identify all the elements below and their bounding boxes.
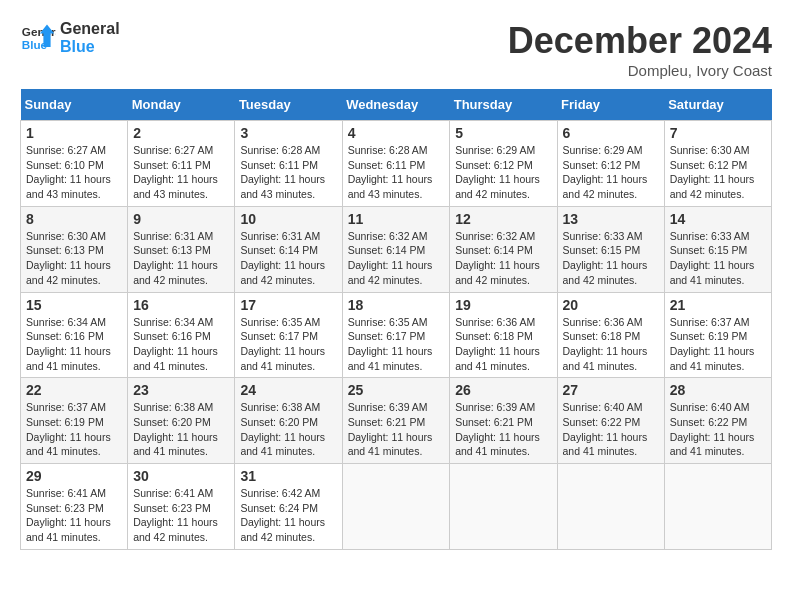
day-number: 24 — [240, 382, 336, 398]
day-info: Sunrise: 6:29 AMSunset: 6:12 PMDaylight:… — [455, 143, 551, 202]
calendar-week-3: 15Sunrise: 6:34 AMSunset: 6:16 PMDayligh… — [21, 292, 772, 378]
day-info: Sunrise: 6:39 AMSunset: 6:21 PMDaylight:… — [348, 400, 445, 459]
day-number: 26 — [455, 382, 551, 398]
calendar-cell: 21Sunrise: 6:37 AMSunset: 6:19 PMDayligh… — [664, 292, 771, 378]
calendar-cell — [450, 464, 557, 550]
day-info: Sunrise: 6:33 AMSunset: 6:15 PMDaylight:… — [670, 229, 766, 288]
day-info: Sunrise: 6:28 AMSunset: 6:11 PMDaylight:… — [348, 143, 445, 202]
day-number: 5 — [455, 125, 551, 141]
day-info: Sunrise: 6:27 AMSunset: 6:11 PMDaylight:… — [133, 143, 229, 202]
logo-general: General — [60, 20, 120, 38]
day-info: Sunrise: 6:37 AMSunset: 6:19 PMDaylight:… — [670, 315, 766, 374]
day-number: 14 — [670, 211, 766, 227]
day-info: Sunrise: 6:32 AMSunset: 6:14 PMDaylight:… — [455, 229, 551, 288]
calendar-cell: 25Sunrise: 6:39 AMSunset: 6:21 PMDayligh… — [342, 378, 450, 464]
day-info: Sunrise: 6:42 AMSunset: 6:24 PMDaylight:… — [240, 486, 336, 545]
location: Dompleu, Ivory Coast — [508, 62, 772, 79]
calendar-cell: 17Sunrise: 6:35 AMSunset: 6:17 PMDayligh… — [235, 292, 342, 378]
day-info: Sunrise: 6:28 AMSunset: 6:11 PMDaylight:… — [240, 143, 336, 202]
day-number: 23 — [133, 382, 229, 398]
calendar-cell: 16Sunrise: 6:34 AMSunset: 6:16 PMDayligh… — [128, 292, 235, 378]
calendar-cell: 29Sunrise: 6:41 AMSunset: 6:23 PMDayligh… — [21, 464, 128, 550]
calendar-weekday-wednesday: Wednesday — [342, 89, 450, 121]
day-info: Sunrise: 6:35 AMSunset: 6:17 PMDaylight:… — [348, 315, 445, 374]
day-number: 29 — [26, 468, 122, 484]
day-number: 4 — [348, 125, 445, 141]
day-info: Sunrise: 6:34 AMSunset: 6:16 PMDaylight:… — [133, 315, 229, 374]
day-number: 22 — [26, 382, 122, 398]
calendar-cell: 23Sunrise: 6:38 AMSunset: 6:20 PMDayligh… — [128, 378, 235, 464]
calendar-cell: 20Sunrise: 6:36 AMSunset: 6:18 PMDayligh… — [557, 292, 664, 378]
day-info: Sunrise: 6:38 AMSunset: 6:20 PMDaylight:… — [240, 400, 336, 459]
page-header: General Blue General Blue December 2024 … — [20, 20, 772, 79]
title-section: December 2024 Dompleu, Ivory Coast — [508, 20, 772, 79]
day-info: Sunrise: 6:30 AMSunset: 6:13 PMDaylight:… — [26, 229, 122, 288]
calendar-cell: 6Sunrise: 6:29 AMSunset: 6:12 PMDaylight… — [557, 121, 664, 207]
day-number: 7 — [670, 125, 766, 141]
calendar-cell — [664, 464, 771, 550]
day-number: 17 — [240, 297, 336, 313]
logo-blue: Blue — [60, 38, 120, 56]
calendar-week-5: 29Sunrise: 6:41 AMSunset: 6:23 PMDayligh… — [21, 464, 772, 550]
calendar-cell: 15Sunrise: 6:34 AMSunset: 6:16 PMDayligh… — [21, 292, 128, 378]
day-info: Sunrise: 6:31 AMSunset: 6:13 PMDaylight:… — [133, 229, 229, 288]
day-number: 13 — [563, 211, 659, 227]
calendar-cell: 11Sunrise: 6:32 AMSunset: 6:14 PMDayligh… — [342, 206, 450, 292]
calendar-table: SundayMondayTuesdayWednesdayThursdayFrid… — [20, 89, 772, 550]
day-info: Sunrise: 6:31 AMSunset: 6:14 PMDaylight:… — [240, 229, 336, 288]
day-number: 9 — [133, 211, 229, 227]
day-info: Sunrise: 6:38 AMSunset: 6:20 PMDaylight:… — [133, 400, 229, 459]
day-info: Sunrise: 6:30 AMSunset: 6:12 PMDaylight:… — [670, 143, 766, 202]
day-number: 8 — [26, 211, 122, 227]
day-info: Sunrise: 6:36 AMSunset: 6:18 PMDaylight:… — [455, 315, 551, 374]
day-info: Sunrise: 6:29 AMSunset: 6:12 PMDaylight:… — [563, 143, 659, 202]
calendar-week-4: 22Sunrise: 6:37 AMSunset: 6:19 PMDayligh… — [21, 378, 772, 464]
day-number: 20 — [563, 297, 659, 313]
day-info: Sunrise: 6:41 AMSunset: 6:23 PMDaylight:… — [133, 486, 229, 545]
day-number: 3 — [240, 125, 336, 141]
day-number: 28 — [670, 382, 766, 398]
day-info: Sunrise: 6:40 AMSunset: 6:22 PMDaylight:… — [563, 400, 659, 459]
calendar-body: 1Sunrise: 6:27 AMSunset: 6:10 PMDaylight… — [21, 121, 772, 550]
calendar-cell — [342, 464, 450, 550]
calendar-cell: 18Sunrise: 6:35 AMSunset: 6:17 PMDayligh… — [342, 292, 450, 378]
calendar-weekday-thursday: Thursday — [450, 89, 557, 121]
calendar-cell: 13Sunrise: 6:33 AMSunset: 6:15 PMDayligh… — [557, 206, 664, 292]
calendar-weekday-tuesday: Tuesday — [235, 89, 342, 121]
calendar-cell: 8Sunrise: 6:30 AMSunset: 6:13 PMDaylight… — [21, 206, 128, 292]
calendar-cell: 22Sunrise: 6:37 AMSunset: 6:19 PMDayligh… — [21, 378, 128, 464]
calendar-cell: 14Sunrise: 6:33 AMSunset: 6:15 PMDayligh… — [664, 206, 771, 292]
calendar-weekday-sunday: Sunday — [21, 89, 128, 121]
day-info: Sunrise: 6:34 AMSunset: 6:16 PMDaylight:… — [26, 315, 122, 374]
day-info: Sunrise: 6:40 AMSunset: 6:22 PMDaylight:… — [670, 400, 766, 459]
calendar-cell: 28Sunrise: 6:40 AMSunset: 6:22 PMDayligh… — [664, 378, 771, 464]
calendar-weekday-saturday: Saturday — [664, 89, 771, 121]
day-number: 19 — [455, 297, 551, 313]
calendar-cell: 12Sunrise: 6:32 AMSunset: 6:14 PMDayligh… — [450, 206, 557, 292]
day-info: Sunrise: 6:32 AMSunset: 6:14 PMDaylight:… — [348, 229, 445, 288]
calendar-cell: 9Sunrise: 6:31 AMSunset: 6:13 PMDaylight… — [128, 206, 235, 292]
calendar-cell: 3Sunrise: 6:28 AMSunset: 6:11 PMDaylight… — [235, 121, 342, 207]
day-number: 21 — [670, 297, 766, 313]
calendar-cell: 31Sunrise: 6:42 AMSunset: 6:24 PMDayligh… — [235, 464, 342, 550]
day-number: 15 — [26, 297, 122, 313]
day-number: 2 — [133, 125, 229, 141]
day-number: 10 — [240, 211, 336, 227]
day-number: 27 — [563, 382, 659, 398]
day-info: Sunrise: 6:36 AMSunset: 6:18 PMDaylight:… — [563, 315, 659, 374]
calendar-cell: 1Sunrise: 6:27 AMSunset: 6:10 PMDaylight… — [21, 121, 128, 207]
day-number: 12 — [455, 211, 551, 227]
calendar-cell: 26Sunrise: 6:39 AMSunset: 6:21 PMDayligh… — [450, 378, 557, 464]
calendar-week-1: 1Sunrise: 6:27 AMSunset: 6:10 PMDaylight… — [21, 121, 772, 207]
day-info: Sunrise: 6:41 AMSunset: 6:23 PMDaylight:… — [26, 486, 122, 545]
logo-icon: General Blue — [20, 20, 56, 56]
day-number: 31 — [240, 468, 336, 484]
day-info: Sunrise: 6:35 AMSunset: 6:17 PMDaylight:… — [240, 315, 336, 374]
calendar-cell: 10Sunrise: 6:31 AMSunset: 6:14 PMDayligh… — [235, 206, 342, 292]
logo: General Blue General Blue — [20, 20, 120, 56]
day-number: 16 — [133, 297, 229, 313]
day-info: Sunrise: 6:27 AMSunset: 6:10 PMDaylight:… — [26, 143, 122, 202]
calendar-weekday-monday: Monday — [128, 89, 235, 121]
calendar-cell: 19Sunrise: 6:36 AMSunset: 6:18 PMDayligh… — [450, 292, 557, 378]
day-number: 6 — [563, 125, 659, 141]
